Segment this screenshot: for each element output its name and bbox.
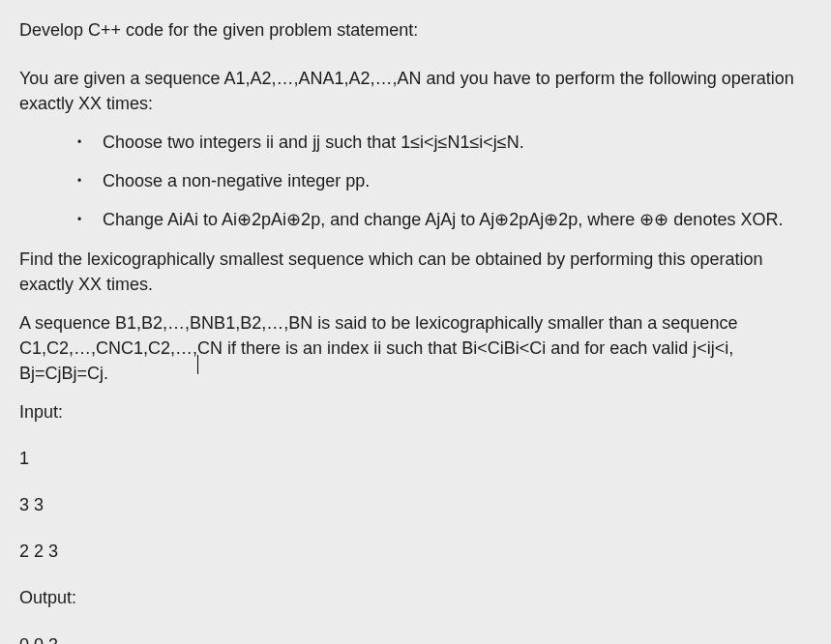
input-line: 2 2 3 <box>19 539 812 564</box>
list-item: Choose a non-negative integer pp. <box>77 168 812 193</box>
input-line: 3 3 <box>19 492 812 517</box>
input-line: 1 <box>19 446 812 471</box>
problem-description: You are given a sequence A1,A2,…,ANA1,A2… <box>19 66 812 116</box>
spellcheck-squiggle-jj: jj <box>312 132 320 152</box>
input-label: Input: <box>19 399 812 424</box>
document-page: Develop C++ code for the given problem s… <box>0 0 831 644</box>
operation-list: Choose two integers ii and jj such that … <box>19 130 812 232</box>
problem-title: Develop C++ code for the given problem s… <box>19 17 812 43</box>
bullet-text-part: such that 1≤i<j≤N1≤i<j≤N. <box>320 132 524 152</box>
list-item: Change AiAi to Ai⊕2pAi⊕2p, and change Aj… <box>77 207 812 232</box>
find-paragraph: Find the lexicographically smallest sequ… <box>19 247 812 297</box>
output-label: Output: <box>19 585 812 610</box>
output-line: 0 0 3 <box>19 632 812 645</box>
lexicographic-definition: A sequence B1,B2,…,BNB1,B2,…,BN is said … <box>19 310 812 386</box>
list-item: Choose two integers ii and jj such that … <box>77 130 812 155</box>
bullet-text-part: Choose two integers ii and <box>103 132 312 152</box>
